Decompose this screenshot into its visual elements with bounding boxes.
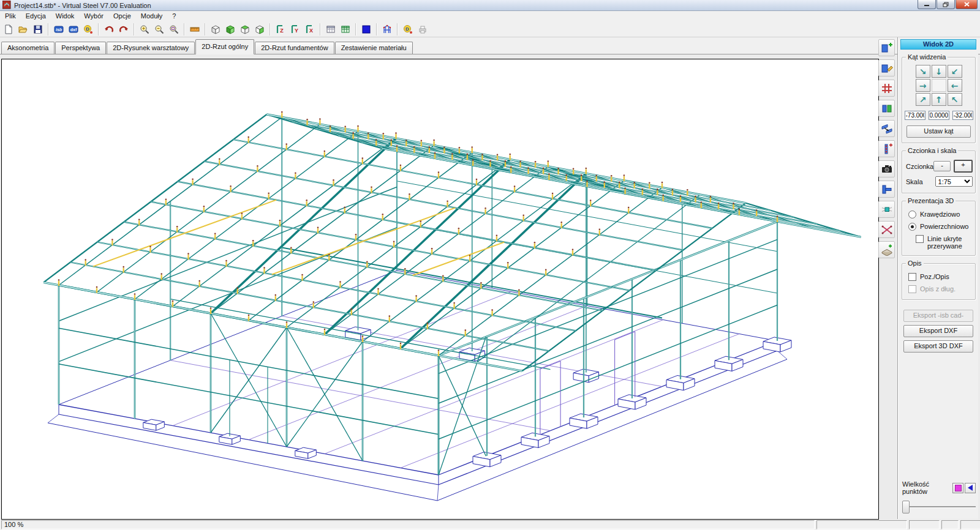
move-element-icon bbox=[881, 122, 893, 135]
print-button[interactable] bbox=[415, 22, 430, 36]
view-plane-z-button[interactable]: Z bbox=[273, 22, 288, 36]
view-angle-arrow-sw-button[interactable]: ↙ bbox=[948, 65, 962, 78]
close-button[interactable] bbox=[956, 0, 978, 9]
edit-beam-button[interactable] bbox=[878, 59, 895, 77]
add-plate-button[interactable] bbox=[878, 241, 895, 258]
export-drawing-button[interactable]: D bbox=[81, 22, 96, 36]
point-color-button[interactable] bbox=[952, 483, 963, 493]
set-angle-button[interactable]: Ustaw kąt bbox=[907, 125, 971, 138]
view-cube-top-button[interactable] bbox=[238, 22, 252, 36]
isb-import-button[interactable]: isb bbox=[51, 22, 66, 36]
angle-input-1[interactable] bbox=[905, 111, 925, 120]
minimize-button[interactable] bbox=[918, 0, 936, 9]
radio-krawedziowo[interactable] bbox=[908, 211, 916, 218]
new-file-button[interactable] bbox=[1, 22, 16, 36]
checkbox-row-hidden-lines[interactable]: Linie ukryte przerywane bbox=[916, 235, 973, 250]
view-plane-x-button[interactable]: X bbox=[303, 22, 317, 36]
font-plus-button[interactable]: + bbox=[954, 160, 973, 173]
scale-label: Skala bbox=[906, 178, 935, 185]
move-element-button[interactable] bbox=[878, 120, 895, 137]
view-cube-wire-button[interactable] bbox=[208, 22, 223, 36]
export-dxf-button[interactable]: Eksport DXF bbox=[903, 325, 973, 337]
poz-opis-checkbox[interactable] bbox=[908, 273, 916, 281]
restore-button[interactable] bbox=[937, 0, 955, 9]
checkbox-row-poz-opis[interactable]: Poz./Opis bbox=[908, 273, 973, 281]
tab-rzut-ogolny[interactable]: 2D-Rzut ogólny bbox=[195, 39, 254, 54]
export-drawing-2-button[interactable]: D bbox=[401, 22, 415, 36]
slider-track[interactable] bbox=[903, 506, 976, 508]
menu-item-help[interactable]: ? bbox=[167, 11, 181, 21]
grid-settings-button[interactable] bbox=[878, 80, 895, 97]
save-file-button[interactable] bbox=[31, 22, 45, 36]
view-angle-arrow-e-button[interactable]: → bbox=[916, 79, 930, 92]
zoom-window-button[interactable] bbox=[167, 22, 181, 36]
view-cube-solid-button[interactable] bbox=[223, 22, 238, 36]
zoom-out-button[interactable] bbox=[152, 22, 167, 36]
add-beam-button[interactable] bbox=[878, 39, 895, 56]
scale-select[interactable]: 1:75 bbox=[935, 176, 973, 187]
view-angle-arrow-w-button[interactable]: ← bbox=[948, 79, 962, 92]
beam-joint-button[interactable] bbox=[878, 181, 895, 198]
view-angle-arrow-s-button[interactable]: ↓ bbox=[932, 65, 946, 78]
view-angle-arrow-ne-button[interactable]: ↗ bbox=[916, 93, 930, 106]
cut-node-button[interactable] bbox=[878, 221, 895, 238]
point-size-slider[interactable] bbox=[902, 500, 976, 513]
material-table-button[interactable] bbox=[323, 22, 338, 36]
photo-view-button[interactable] bbox=[878, 160, 895, 177]
menu-item-edycja[interactable]: Edycja bbox=[21, 11, 51, 21]
view-angle-arrow-nw-button[interactable]: ↖ bbox=[948, 93, 962, 106]
view-plane-y-button[interactable]: Y bbox=[288, 22, 303, 36]
edit-beam-icon bbox=[881, 62, 893, 74]
title-bar[interactable]: Project14.stb* - Virtual Steel V7.00 Eva… bbox=[0, 0, 980, 11]
radio-row-surfaces[interactable]: Powierzchniowo bbox=[908, 223, 973, 231]
toolbar-separator bbox=[98, 23, 99, 35]
point-shape-button[interactable] bbox=[965, 483, 976, 493]
menu-item-widok[interactable]: Widok bbox=[51, 11, 80, 21]
tab-rysunek-warsztatowy[interactable]: 2D-Rysunek warsztatowy bbox=[107, 42, 195, 54]
redo-button[interactable] bbox=[116, 22, 131, 36]
view-angle-arrow-se-button[interactable]: ↘ bbox=[916, 65, 930, 78]
menu-item-moduly[interactable]: Moduły bbox=[136, 11, 167, 21]
view-cube-side-button[interactable] bbox=[252, 22, 267, 36]
copy-element-button[interactable] bbox=[878, 100, 895, 117]
radio-row-edges[interactable]: Krawędziowo bbox=[908, 211, 973, 218]
point-size-label: Wielkość punktów bbox=[902, 480, 951, 495]
save-file-icon bbox=[33, 24, 43, 34]
measure-ruler-button[interactable] bbox=[187, 22, 202, 36]
tab-aksonometria[interactable]: Aksonometria bbox=[1, 42, 55, 54]
tab-perspektywa[interactable]: Perspektywa bbox=[55, 42, 106, 54]
material-table-green-button[interactable] bbox=[338, 22, 353, 36]
frame-structure-icon bbox=[382, 24, 392, 34]
zoom-in-button[interactable] bbox=[137, 22, 152, 36]
color-swatch-blue-icon bbox=[361, 24, 371, 34]
slider-handle[interactable] bbox=[902, 501, 910, 513]
radio-powierzchniowo[interactable] bbox=[908, 223, 916, 231]
menu-item-wybor[interactable]: Wybór bbox=[79, 11, 108, 21]
menu-bar: PlikEdycjaWidokWybórOpcjeModuły? bbox=[0, 11, 980, 22]
drawing-canvas[interactable] bbox=[1, 59, 879, 520]
frame-structure-button[interactable] bbox=[380, 22, 394, 36]
color-swatch-blue-button[interactable] bbox=[359, 22, 374, 36]
description-group: Opis Poz./Opis Opis z dług. bbox=[902, 263, 976, 300]
menu-item-plik[interactable]: Plik bbox=[0, 11, 21, 21]
view-angle-label: Kąt widzenia bbox=[906, 53, 948, 61]
menu-item-opcje[interactable]: Opcje bbox=[108, 11, 136, 21]
add-joint-button[interactable] bbox=[878, 140, 895, 157]
undo-button[interactable] bbox=[102, 22, 116, 36]
dxf-import-button[interactable]: dxf bbox=[66, 22, 81, 36]
font-minus-button[interactable]: - bbox=[933, 161, 951, 171]
tab-zestawienie-materialu[interactable]: Zestawienie materiału bbox=[335, 42, 413, 54]
export-3d-dxf-button[interactable]: Eksport 3D DXF bbox=[903, 340, 973, 353]
angle-input-3[interactable] bbox=[952, 111, 973, 120]
hidden-lines-checkbox[interactable] bbox=[916, 235, 924, 243]
left-triangle-icon bbox=[968, 485, 973, 491]
view-angle-arrow-n-button[interactable]: ↑ bbox=[932, 93, 946, 106]
angle-input-2[interactable] bbox=[929, 111, 949, 120]
node-3d-button[interactable] bbox=[878, 201, 895, 218]
tab-rzut-fundamentow[interactable]: 2D-Rzut fundamentów bbox=[255, 42, 334, 54]
status-segment-2 bbox=[816, 520, 907, 529]
export-buttons: Eksport -isb cad- Eksport DXF Eksport 3D… bbox=[899, 310, 978, 353]
opis-dlug-label: Opis z dług. bbox=[920, 285, 956, 293]
open-file-button[interactable] bbox=[16, 22, 31, 36]
zoom-window-icon bbox=[169, 24, 179, 34]
